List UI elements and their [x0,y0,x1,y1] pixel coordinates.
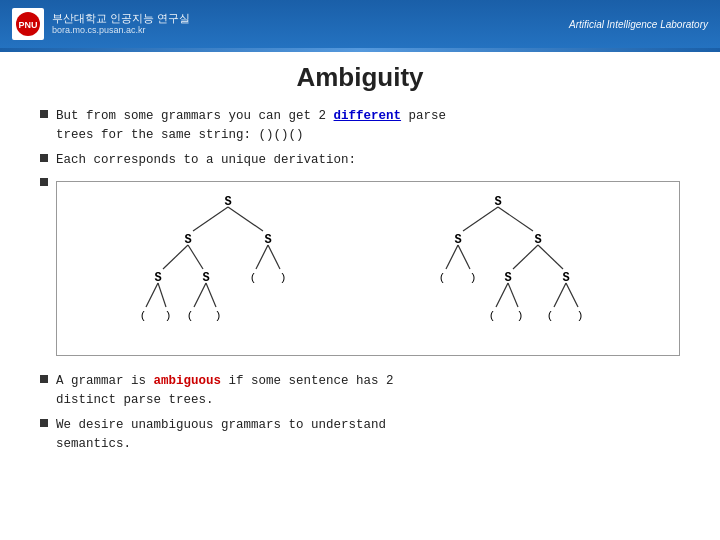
page-title: Ambiguity [40,62,680,93]
bullet-marker-1 [40,110,48,118]
svg-line-11 [146,283,158,307]
highlight-different: different [334,109,402,123]
bullet-text-2: Each corresponds to a unique derivation: [56,151,356,170]
svg-line-41 [566,283,578,307]
svg-line-36 [496,283,508,307]
svg-line-12 [158,283,166,307]
svg-text:S: S [224,195,231,209]
svg-line-16 [206,283,216,307]
svg-text:S: S [534,233,541,247]
svg-text:S: S [264,233,271,247]
main-content: Ambiguity But from some grammars you can… [0,52,720,540]
svg-text:(: ( [187,310,194,322]
bullet-marker-2 [40,154,48,162]
svg-line-19 [256,245,268,269]
svg-line-20 [268,245,280,269]
bottom-bullet-1: A grammar is ambiguous if some sentence … [40,372,680,410]
lab-name: Artificial Intelligence Laboratory [569,19,708,30]
university-logo: PNU [12,8,44,40]
header: PNU 부산대학교 인공지능 연구실 bora.mo.cs.pusan.ac.k… [0,0,720,48]
highlight-ambiguous: ambiguous [154,374,222,388]
bullet-item-2: Each corresponds to a unique derivation: [40,151,680,170]
svg-text:): ) [577,310,584,322]
svg-line-3 [193,207,228,231]
svg-text:PNU: PNU [18,20,37,30]
bottom-bullet-marker-2 [40,419,48,427]
svg-text:(: ( [489,310,496,322]
header-left: PNU 부산대학교 인공지능 연구실 bora.mo.cs.pusan.ac.k… [12,8,190,40]
bottom-bullet-2: We desire unambiguous grammars to unders… [40,416,680,454]
svg-line-37 [508,283,518,307]
svg-text:): ) [470,272,477,284]
trees-container: S S S S S ( ) [138,191,598,346]
bullet-item-1: But from some grammars you can get 2 dif… [40,107,680,145]
svg-line-33 [538,245,563,269]
left-parse-tree: S S S S S ( ) [138,191,338,346]
svg-line-8 [188,245,203,269]
svg-text:S: S [504,271,511,285]
svg-text:(: ( [140,310,147,322]
bottom-bullet-text-2: We desire unambiguous grammars to unders… [56,416,386,454]
svg-text:): ) [280,272,287,284]
bottom-bullet-text-1: A grammar is ambiguous if some sentence … [56,372,394,410]
svg-text:): ) [517,310,524,322]
svg-line-15 [194,283,206,307]
svg-text:): ) [215,310,222,322]
svg-line-32 [513,245,538,269]
svg-line-28 [446,245,458,269]
svg-text:S: S [202,271,209,285]
svg-line-7 [163,245,188,269]
svg-line-4 [228,207,263,231]
bottom-bullet-item-2: We desire unambiguous grammars to unders… [40,416,680,454]
bullet-text-1: But from some grammars you can get 2 dif… [56,107,446,145]
bottom-bullet-marker-1 [40,375,48,383]
svg-text:(: ( [250,272,257,284]
svg-text:): ) [165,310,172,322]
bullet-marker-3 [40,178,48,186]
svg-line-25 [498,207,533,231]
tree-diagram-box: S S S S S ( ) [56,181,680,356]
svg-text:(: ( [439,272,446,284]
bullet-section-2: Each corresponds to a unique derivation: [40,151,680,170]
svg-line-24 [463,207,498,231]
svg-text:S: S [454,233,461,247]
svg-text:(: ( [547,310,554,322]
svg-text:S: S [184,233,191,247]
svg-line-29 [458,245,470,269]
right-parse-tree: S S S ( ) S S [398,191,598,346]
svg-text:S: S [494,195,501,209]
svg-line-40 [554,283,566,307]
svg-text:S: S [154,271,161,285]
institution-text: 부산대학교 인공지능 연구실 bora.mo.cs.pusan.ac.kr [52,11,190,37]
bullet-section-1: But from some grammars you can get 2 dif… [40,107,680,145]
svg-text:S: S [562,271,569,285]
bottom-bullet-item-1: A grammar is ambiguous if some sentence … [40,372,680,410]
